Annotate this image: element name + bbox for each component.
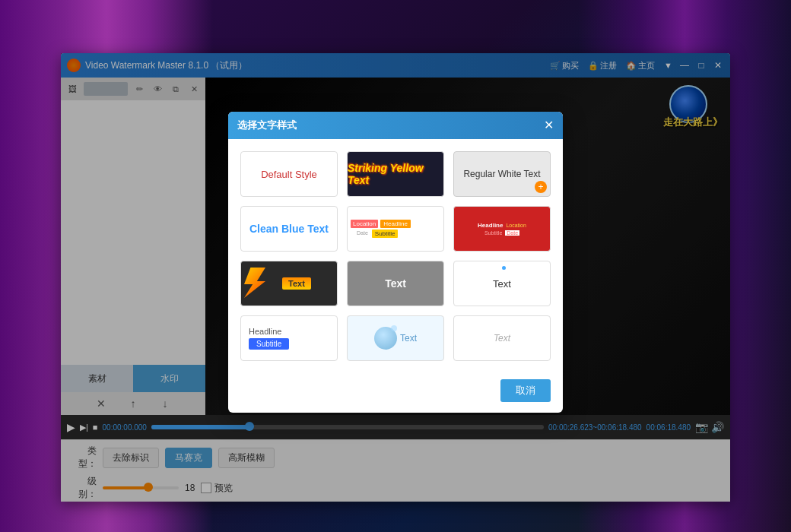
headline-title: Headline [249,327,281,336]
bubble-container: Text [374,327,417,350]
modal-close-button[interactable]: ✕ [544,119,554,131]
style-item-multi1[interactable]: Location Headline Date Subtitle [347,206,444,252]
style-bubble-label: Text [400,333,417,344]
whitebox-dot [502,266,506,270]
style-item-headline[interactable]: Headline Subtitle [240,315,338,361]
style-grid: Default Style Striking Yellow Text Regul… [240,151,551,361]
modal-footer: 取消 [228,373,563,413]
style-item-handwritten[interactable]: Text [453,315,551,361]
style-item-multi2[interactable]: Headline Location Subtitle Date [453,206,551,252]
style-white-plus: + [535,181,547,193]
style-item-whitebox[interactable]: Text [453,261,551,306]
style-item-default[interactable]: Default Style [240,151,338,197]
multi1-date: Date [355,230,370,238]
modal-title: 选择文字样式 [237,119,297,132]
style-item-blue[interactable]: Clean Blue Text [240,206,338,252]
style-lightning-label: Text [282,277,311,290]
style-item-bubble[interactable]: Text [347,315,444,361]
modal-body: Default Style Striking Yellow Text Regul… [228,139,563,373]
style-item-white[interactable]: Regular White Text + [453,151,551,197]
style-default-label: Default Style [261,169,317,180]
multi2-subtitle: Subtitle [484,230,502,236]
style-white-label: Regular White Text [463,169,540,179]
style-whitebox-label: Text [493,278,511,290]
style-item-yellow[interactable]: Striking Yellow Text [347,151,444,197]
modal-header: 选择文字样式 ✕ [228,112,563,139]
multi1-row1: Location Headline [351,220,411,228]
multi1-location: Location [351,220,378,228]
style-blue-label: Clean Blue Text [249,223,329,235]
multi2-date: Date [505,230,519,236]
headline-subtitle: Subtitle [249,338,289,350]
lightning-icon [244,268,265,298]
style-item-darkgray[interactable]: Text [347,261,444,306]
multi1-subtitle: Subtitle [372,230,399,238]
style-handwritten-label: Text [494,333,510,344]
multi1-headline: Headline [380,220,411,228]
cancel-button[interactable]: 取消 [500,379,551,402]
app-window: Video Watermark Master 8.1.0 （试用） 🛒 购买 🔒… [61,53,730,502]
bubble-small [391,325,397,331]
multi2-headline: Headline [478,222,503,229]
style-dialog: 选择文字样式 ✕ Default Style Striking Yellow T… [228,112,563,413]
multi2-location: Location [506,223,526,228]
multi1-row2: Date Subtitle [355,230,398,238]
multi2-row1: Headline Location [478,222,526,229]
modal-overlay: 选择文字样式 ✕ Default Style Striking Yellow T… [61,53,730,502]
style-darkgray-label: Text [385,277,406,290]
style-item-lightning[interactable]: Text [240,261,338,306]
multi2-row2: Subtitle Date [484,230,519,236]
style-yellow-label: Striking Yellow Text [348,162,443,186]
